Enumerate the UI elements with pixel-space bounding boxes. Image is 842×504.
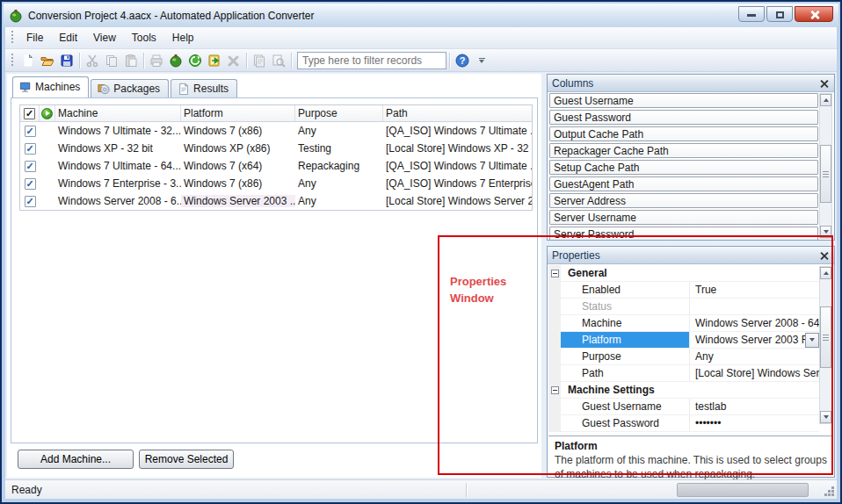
platform-cell: Windows 7 (x64)	[181, 160, 295, 172]
add-machine-button[interactable]: Add Machine...	[18, 450, 134, 469]
tab-packages[interactable]: Packages	[91, 79, 169, 97]
property-row-platform-selected[interactable]: Platform Windows Server 2003 R	[548, 332, 819, 349]
minimize-button[interactable]	[738, 6, 765, 22]
collapse-icon[interactable]	[551, 270, 559, 277]
menu-help[interactable]: Help	[164, 29, 202, 47]
table-row[interactable]: Windows 7 Ultimate - 32... Windows 7 (x8…	[20, 122, 532, 140]
list-item[interactable]: Output Cache Path	[549, 126, 818, 141]
menu-edit[interactable]: Edit	[51, 29, 85, 47]
property-row[interactable]: Enabled True	[548, 282, 819, 299]
scroll-down-icon[interactable]	[820, 226, 831, 238]
scroll-up-icon[interactable]	[820, 94, 831, 106]
platform-dropdown-button[interactable]	[805, 333, 819, 348]
menu-tools[interactable]: Tools	[124, 29, 164, 47]
close-button[interactable]	[795, 6, 833, 22]
menu-grip[interactable]	[11, 31, 15, 45]
refresh-icon	[188, 54, 202, 68]
stop-button	[224, 51, 243, 70]
column-header-platform[interactable]: Platform	[181, 105, 295, 121]
list-item[interactable]: Server Address	[549, 193, 818, 208]
select-all-checkbox[interactable]	[24, 108, 35, 119]
list-item[interactable]: Guest Username	[549, 93, 818, 108]
menu-file[interactable]: File	[18, 29, 51, 47]
section-header-general[interactable]: General	[548, 265, 819, 282]
scroll-down-icon[interactable]	[820, 411, 831, 423]
new-document-icon	[21, 54, 35, 68]
status-separator	[466, 483, 467, 497]
refresh-button[interactable]	[185, 51, 205, 70]
maximize-button[interactable]	[766, 6, 793, 22]
tab-machines[interactable]: Machines	[12, 76, 89, 97]
table-row[interactable]: Windows 7 Ultimate - 64... Windows 7 (x6…	[20, 157, 532, 175]
scrollbar-thumb[interactable]	[820, 306, 831, 368]
toolbar-grip[interactable]	[11, 54, 15, 68]
row-checkbox[interactable]	[25, 178, 36, 190]
columns-list: Guest Username Guest Password Output Cac…	[549, 93, 818, 240]
platform-cell: Windows Server 2003 ...	[181, 195, 295, 207]
remove-selected-button[interactable]: Remove Selected	[139, 450, 234, 469]
platform-cell: Windows 7 (x86)	[181, 177, 295, 190]
row-checkbox[interactable]	[25, 126, 36, 137]
machines-tab-icon	[19, 81, 32, 93]
machine-cell: Windows 7 Ultimate - 32...	[55, 125, 181, 137]
toolbar-separator	[246, 53, 247, 68]
scroll-up-icon[interactable]	[820, 267, 831, 279]
export-button[interactable]	[205, 51, 224, 70]
resize-grip[interactable]	[823, 485, 834, 496]
menu-view[interactable]: View	[85, 29, 124, 47]
columns-panel-title: Columns	[552, 77, 593, 90]
list-item[interactable]: Repackager Cache Path	[549, 143, 818, 158]
row-checkbox[interactable]	[25, 161, 36, 172]
help-button[interactable]: ?	[453, 51, 472, 70]
columns-scrollbar[interactable]	[819, 93, 832, 239]
list-item[interactable]: Server Username	[549, 210, 818, 225]
open-project-button[interactable]	[38, 51, 57, 70]
list-item[interactable]: Server Password	[549, 227, 818, 240]
scrollbar-thumb[interactable]	[820, 145, 831, 203]
column-header-path[interactable]: Path	[383, 105, 532, 121]
collapse-icon[interactable]	[551, 386, 559, 394]
tab-results[interactable]: Results	[171, 79, 237, 97]
platform-cell: Windows 7 (x86)	[181, 125, 295, 137]
columns-panel: Columns Guest Username Guest Password Ou…	[547, 74, 835, 241]
results-tab-icon	[178, 83, 190, 95]
property-row[interactable]: Purpose Any	[548, 349, 819, 365]
properties-panel-title: Properties	[552, 249, 600, 262]
row-checkbox[interactable]	[25, 143, 36, 155]
row-checkbox[interactable]	[25, 196, 36, 207]
close-icon[interactable]	[819, 250, 830, 261]
convert-button[interactable]	[166, 51, 185, 70]
print-button	[147, 51, 166, 70]
run-status-column-icon	[41, 108, 53, 119]
path-cell: [Local Store] Windows Server 2...	[383, 195, 532, 207]
property-row[interactable]: Machine Windows Server 2008 - 64	[548, 315, 819, 332]
properties-scrollbar[interactable]	[819, 266, 832, 424]
save-project-button[interactable]	[57, 51, 76, 70]
property-row[interactable]: Status	[548, 299, 819, 315]
machine-table-header: Machine Platform Purpose Path	[20, 105, 532, 122]
table-row[interactable]: Windows XP - 32 bit Windows XP (x86) Tes…	[20, 140, 532, 157]
copy-button	[102, 51, 121, 70]
machine-cell: Windows Server 2008 - 6...	[55, 195, 181, 207]
purpose-cell: Repackaging	[295, 160, 383, 172]
table-row-selected[interactable]: Windows Server 2008 - 6... Windows Serve…	[20, 192, 532, 210]
property-description-title: Platform	[555, 440, 827, 452]
list-item[interactable]: GuestAgent Path	[549, 176, 818, 191]
new-document-button[interactable]	[18, 51, 38, 70]
property-row[interactable]: Path [Local Store] Windows Ser	[548, 365, 819, 382]
column-header-purpose[interactable]: Purpose	[295, 105, 383, 121]
toolbar-overflow-button[interactable]	[477, 58, 486, 63]
filter-records-input[interactable]	[297, 52, 446, 69]
property-row[interactable]: Guest Password •••••••	[548, 415, 819, 432]
properties-panel-titlebar[interactable]: Properties	[548, 247, 834, 264]
columns-panel-titlebar[interactable]: Columns	[548, 75, 834, 92]
property-row[interactable]: Guest Username testlab	[548, 399, 819, 415]
table-row[interactable]: Windows 7 Enterprise - 3... Windows 7 (x…	[20, 175, 532, 192]
list-item[interactable]: Guest Password	[549, 110, 818, 125]
list-item[interactable]: Setup Cache Path	[549, 160, 818, 175]
column-header-machine[interactable]: Machine	[55, 105, 181, 121]
chevron-down-icon	[479, 60, 484, 63]
close-icon[interactable]	[819, 78, 830, 89]
tab-strip: Machines Packages	[12, 77, 237, 97]
section-header-machine-settings[interactable]: Machine Settings	[548, 382, 819, 399]
